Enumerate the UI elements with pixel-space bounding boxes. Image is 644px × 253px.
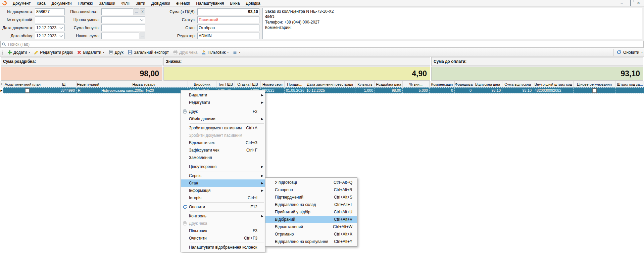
reg-expiry-cell[interactable]: 10.12.2025 [305, 87, 355, 93]
menu-item-configure-columns[interactable]: Налаштувати відображення колонок [181, 244, 265, 251]
menu-item-make-active[interactable]: Зробити документ активнимCtrl+A [181, 124, 265, 132]
col-price-regulation[interactable]: Цінове регулювання [574, 81, 615, 87]
product-name-cell[interactable]: Ніфуроксазид капс.200мг №20 [100, 87, 188, 93]
checkbox[interactable] [25, 88, 30, 93]
franchise-cell[interactable]: 0 [455, 87, 473, 93]
menu-stock[interactable]: Залишки [96, 0, 118, 7]
col-qty[interactable]: Кількість [355, 81, 375, 87]
col-vat-rate[interactable]: Ставка ПДВ [235, 81, 261, 87]
menu-branches[interactable]: Філії [118, 0, 133, 7]
sell-sum-cell[interactable]: 93,10 [502, 87, 533, 93]
menu-item-pricing[interactable]: Ціноутворення [181, 163, 265, 170]
col-internal-barcode[interactable]: Внутрішній штрих-код [533, 81, 574, 87]
internal-number-field[interactable] [35, 16, 65, 23]
menu-reports[interactable]: Звіти [133, 0, 148, 7]
submenu-item-picked[interactable]: ВідібранийCtrl+Alt+V [265, 216, 357, 223]
account-date-field[interactable]: 12.12.2023 [35, 33, 65, 39]
table-row[interactable]: ▶ 3844990 R Ніфуроксазид капс.200мг №20 … [0, 87, 644, 93]
print-button[interactable]: Друк [106, 49, 126, 56]
col-retail-price[interactable]: Роздрібна ціна [375, 81, 403, 87]
chevron-down-icon[interactable] [60, 34, 63, 37]
menu-windows[interactable]: Вікна [227, 0, 243, 7]
col-id[interactable]: ІД [51, 81, 77, 87]
menu-item-order[interactable]: Замовлення [181, 154, 265, 161]
submenu-item-sent-for-correction[interactable]: Відправлено на коригуванняCtrl+Alt+Y [265, 238, 357, 245]
menu-directories[interactable]: Довідники [148, 0, 173, 7]
expiry-cell[interactable]: 01.08.2026 [285, 87, 305, 93]
col-franchise[interactable]: Франшиза [455, 81, 473, 87]
toolbar-grip[interactable] [2, 50, 3, 55]
col-discount-pct[interactable]: % зни... [403, 81, 430, 87]
beneficiary-browse-button[interactable]: ... [134, 8, 139, 15]
toolbar-overflow-icon[interactable]: ▾ [641, 51, 643, 54]
internal-barcode-cell[interactable]: 4820030092082 [533, 87, 574, 93]
retail-price-cell[interactable]: 98,00 [375, 87, 403, 93]
accum-sum-field[interactable] [101, 33, 139, 39]
col-sell-price[interactable]: Відпускна ціна [473, 81, 502, 87]
submenu-item-sent-to-warehouse[interactable]: Відправлено на складCtrl+Alt+T [265, 201, 357, 208]
beneficiary-clear-button[interactable]: X [140, 8, 145, 15]
assortment-plan-cell[interactable] [3, 87, 51, 93]
submenu-item-shipped[interactable]: ВідвантаженийCtrl+Alt+W [265, 223, 357, 230]
menu-item-edit[interactable]: Редагувати [181, 99, 265, 106]
bonus-sum-field[interactable] [101, 25, 145, 31]
menu-item-delete[interactable]: Видалити [181, 91, 265, 99]
sell-price-cell[interactable]: 93,10 [473, 87, 502, 93]
menu-item-print[interactable]: ДрукF2 [181, 108, 265, 115]
col-manufacturer[interactable]: Виробник [188, 81, 216, 87]
minimize-button[interactable]: – [617, 0, 626, 6]
search-input[interactable] [7, 42, 643, 47]
menu-kasa[interactable]: Каса [34, 0, 48, 7]
submenu-item-accepted-for-picking[interactable]: Прийнятий у відбірCtrl+Alt+U [265, 208, 357, 216]
col-compensation[interactable]: Компенсація [430, 81, 455, 87]
menu-item-data-exchange[interactable]: Обмін даними [181, 115, 265, 123]
chevron-down-icon[interactable] [140, 18, 144, 21]
menu-settings[interactable]: Налаштування [193, 0, 227, 7]
menu-item-refresh[interactable]: ОновитиF12 [181, 203, 265, 211]
menu-item-clear[interactable]: ОчиститиCtrl+F3 [181, 235, 265, 242]
submenu-item-created[interactable]: СтвореноCtrl+Alt+R [265, 186, 357, 194]
restore-button[interactable] [626, 0, 634, 6]
beneficiary-field[interactable] [101, 8, 133, 15]
menu-documents[interactable]: Документи [49, 0, 75, 7]
doc-date-field[interactable]: 12.12.2023 [35, 25, 65, 31]
close-button[interactable]: × [634, 0, 643, 6]
qty-cell[interactable]: 1,000 [355, 87, 375, 93]
menu-document[interactable]: Документ [10, 0, 34, 7]
chevron-down-icon[interactable] [60, 26, 63, 29]
col-sell-sum[interactable]: Сума відпускна [502, 81, 533, 87]
submenu-item-in-preparation[interactable]: У підготовціCtrl+Alt+Q [265, 179, 357, 186]
discount-pct-cell[interactable]: -5,000 [403, 87, 430, 93]
col-expiry[interactable]: Придат... [285, 81, 305, 87]
menu-item-service[interactable]: Сервіс [181, 172, 265, 179]
id-cell[interactable]: 3844990 [51, 87, 77, 93]
col-prescription[interactable]: Рецептурний [77, 81, 100, 87]
menu-help[interactable]: Довідка [243, 0, 263, 7]
edit-row-button[interactable]: Редагувати рядок [32, 49, 75, 56]
col-product-name[interactable]: Назва товару [100, 81, 188, 87]
compensation-cell[interactable]: 0 [430, 87, 455, 93]
menu-item-beneficiary[interactable]: ПільговикF3 [181, 227, 265, 235]
menu-item-history[interactable]: ІсторіяCtrl+I [181, 194, 265, 202]
price-condition-field[interactable] [101, 16, 145, 23]
submenu-item-confirmed[interactable]: ПідтвердженийCtrl+Alt+S [265, 194, 357, 201]
col-reg-expiry[interactable]: Дата закінчення реєстрації [305, 81, 355, 87]
refresh-button[interactable]: Оновити ▾ [613, 49, 644, 56]
price-regulation-cell[interactable] [574, 87, 615, 93]
menu-item-hold-receipt[interactable]: Відкласти чекCtrl+G [181, 139, 265, 146]
export-button[interactable]: Загальний експорт [126, 49, 171, 56]
col-vat-type[interactable]: Тип ПДВ [216, 81, 235, 87]
menu-payments[interactable]: Платежі [75, 0, 96, 7]
col-assortment-plan[interactable]: Асортиментний план [3, 81, 51, 87]
beneficiary-button[interactable]: Пільговик▾ [199, 49, 231, 56]
list-options-button[interactable]: ▾ [231, 49, 242, 56]
menu-item-information[interactable]: Інформація [181, 187, 265, 194]
col-serial[interactable]: Номер серії [261, 81, 285, 87]
submenu-item-received[interactable]: ОтриманоCtrl+Alt+X [265, 230, 357, 238]
add-button[interactable]: Додати▾ [5, 49, 32, 56]
col-order-barcode[interactable]: Штрих-код за... [615, 81, 644, 87]
column-chooser-icon[interactable]: ≡ [0, 81, 3, 87]
prescription-cell[interactable]: R [77, 87, 100, 93]
order-barcode-cell[interactable] [615, 87, 644, 93]
checkbox[interactable] [592, 88, 597, 93]
